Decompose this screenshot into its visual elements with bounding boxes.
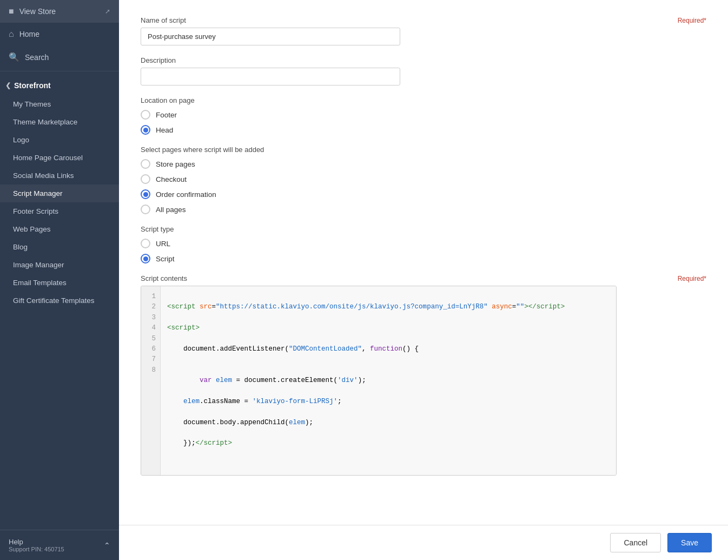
sidebar-bottom: Help Support PIN: 450715 ⌃ [0,530,119,560]
home-item[interactable]: ⌂ Home [0,23,119,45]
pages-section-label: Select pages where script will be added [141,146,706,154]
help-section: Help Support PIN: 450715 [9,538,64,552]
location-section-label: Location on page [141,96,706,104]
pages-order-confirm-option[interactable]: Order confirmation [141,189,706,199]
script-contents-field: Script contents Required* 1 2 3 4 5 6 7 … [141,274,706,476]
chevron-left-icon: ❮ [5,82,11,89]
main-content: Name of script Required* Description Loc… [119,0,728,560]
description-input[interactable] [141,68,400,85]
pages-store-radio[interactable] [141,159,150,169]
select-pages-field: Select pages where script will be added … [141,146,706,214]
pages-all-label: All pages [156,206,186,214]
storefront-section-header[interactable]: ❮ Storefront [0,74,119,95]
view-store-item[interactable]: ■ View Store ➚ [0,0,119,23]
save-button[interactable]: Save [667,533,712,552]
support-pin: Support PIN: 450715 [9,546,64,552]
storefront-nav-items: My Themes Theme Marketplace Logo Home Pa… [0,95,119,314]
sidebar-item-image-manager[interactable]: Image Manager [0,256,119,274]
code-editor[interactable]: 1 2 3 4 5 6 7 8 <script src="https://sta… [141,286,617,476]
name-of-script-field: Name of script Required* [141,16,706,45]
sidebar-item-script-manager[interactable]: Script Manager [0,185,119,202]
divider [0,71,119,71]
location-head-label: Head [156,126,173,134]
code-line-7: document.body.appendChild(elem); [167,418,610,428]
location-footer-label: Footer [156,111,177,119]
chevron-up-icon[interactable]: ⌃ [104,541,110,550]
footer-bar: Cancel Save [119,525,728,560]
external-link-icon: ➚ [105,8,110,15]
name-input[interactable] [141,28,400,45]
sidebar: ■ View Store ➚ ⌂ Home 🔍 Search ❮ Storefr… [0,0,119,560]
location-footer-radio[interactable] [141,110,150,120]
description-label-row: Description [141,56,706,64]
script-contents-label: Script contents [141,274,187,282]
code-line-2: <script> [167,323,610,333]
sidebar-item-footer-scripts[interactable]: Footer Scripts [0,202,119,220]
name-field-label: Name of script [141,16,186,24]
pages-store-option[interactable]: Store pages [141,159,706,169]
script-type-field: Script type URL Script [141,225,706,263]
script-type-script-radio[interactable] [141,254,150,263]
sidebar-item-email-templates[interactable]: Email Templates [0,274,119,292]
script-type-url-radio[interactable] [141,239,150,248]
storefront-label: Storefront [14,81,51,90]
pages-radio-group: Store pages Checkout Order confirmation … [141,159,706,214]
sidebar-item-home-page-carousel[interactable]: Home Page Carousel [0,149,119,167]
sidebar-item-social-media-links[interactable]: Social Media Links [0,167,119,185]
script-contents-label-row: Script contents Required* [141,274,706,282]
script-type-script-label: Script [156,255,175,263]
search-icon: 🔍 [9,52,19,62]
script-contents-required-badge: Required* [678,275,706,282]
name-required-badge: Required* [678,17,706,24]
form-area: Name of script Required* Description Loc… [119,0,728,525]
pages-all-option[interactable]: All pages [141,205,706,214]
location-head-radio[interactable] [141,125,150,135]
search-item[interactable]: 🔍 Search [0,45,119,69]
code-line-1: <script src="https://static.klaviyo.com/… [167,302,610,312]
code-line-6: elem.className = 'klaviyo-form-LiPRSj'; [167,397,610,407]
location-on-page-field: Location on page Footer Head [141,96,706,135]
location-head-option[interactable]: Head [141,125,706,135]
script-type-url-option[interactable]: URL [141,239,706,248]
code-line-8: });</script> [167,438,610,449]
view-store-label: View Store [19,7,56,16]
sidebar-item-logo[interactable]: Logo [0,131,119,149]
name-label-row: Name of script Required* [141,16,706,24]
help-label: Help [9,538,64,546]
location-footer-option[interactable]: Footer [141,110,706,120]
location-radio-group: Footer Head [141,110,706,135]
code-line-3: document.addEventListener("DOMContentLoa… [167,344,610,354]
sidebar-item-blog[interactable]: Blog [0,238,119,256]
line-numbers: 1 2 3 4 5 6 7 8 [141,286,161,475]
search-label: Search [25,53,49,62]
cancel-button[interactable]: Cancel [610,533,661,552]
script-type-radio-group: URL Script [141,239,706,263]
script-type-section-label: Script type [141,225,706,233]
home-icon: ⌂ [9,29,14,39]
sidebar-item-web-pages[interactable]: Web Pages [0,220,119,238]
script-type-url-label: URL [156,240,170,248]
sidebar-item-gift-cert-templates[interactable]: Gift Certificate Templates [0,292,119,309]
pages-store-label: Store pages [156,160,195,168]
sidebar-item-theme-marketplace[interactable]: Theme Marketplace [0,113,119,131]
script-type-script-option[interactable]: Script [141,254,706,263]
code-text[interactable]: <script src="https://static.klaviyo.com/… [161,286,616,475]
sidebar-item-my-themes[interactable]: My Themes [0,95,119,113]
store-icon: ■ [9,6,14,16]
pages-checkout-radio[interactable] [141,174,150,184]
pages-checkout-label: Checkout [156,175,187,183]
pages-order-confirm-radio[interactable] [141,189,150,199]
pages-all-radio[interactable] [141,205,150,214]
pages-order-confirm-label: Order confirmation [156,190,216,199]
description-field: Description [141,56,706,85]
code-editor-inner: 1 2 3 4 5 6 7 8 <script src="https://sta… [141,286,616,475]
pages-checkout-option[interactable]: Checkout [141,174,706,184]
code-line-5: var elem = document.createElement('div')… [167,375,610,386]
description-field-label: Description [141,56,176,64]
home-label: Home [19,30,39,38]
